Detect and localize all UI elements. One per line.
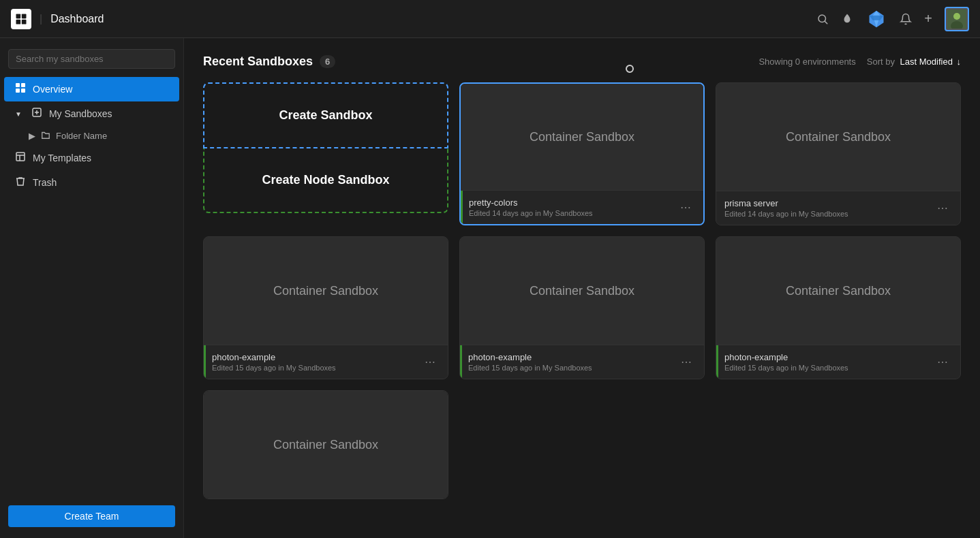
- svg-rect-15: [21, 89, 25, 93]
- topnav: | Dashboard +: [0, 0, 980, 38]
- card-footer: pretty-colors Edited 14 days ago in My S…: [461, 190, 703, 224]
- sidebar-item-folder[interactable]: ▶ Folder Name: [4, 126, 179, 146]
- sandbox-card-photon-3[interactable]: Container Sandbox photon-example Edited …: [716, 236, 961, 379]
- sidebar-item-overview[interactable]: Overview: [4, 77, 179, 101]
- card-more-button[interactable]: ⋯: [933, 354, 952, 370]
- chevron-down-icon: ▼: [15, 110, 22, 118]
- card-name: photon-example: [468, 352, 592, 362]
- sidebar-item-trash[interactable]: Trash: [4, 170, 179, 195]
- my-sandboxes-label: My Sandboxes: [49, 108, 112, 119]
- topnav-actions: +: [816, 7, 969, 31]
- card-info: photon-example Edited 15 days ago in My …: [212, 352, 336, 372]
- sidebar-search-wrapper: [8, 49, 175, 69]
- svg-rect-1: [22, 14, 27, 18]
- create-sandbox-card[interactable]: Create Sandbox Create Node Sandbox: [203, 82, 448, 225]
- svg-rect-17: [16, 153, 25, 161]
- card-info: prisma server Edited 14 days ago in My S…: [724, 198, 848, 218]
- svg-point-10: [953, 13, 960, 20]
- card-preview: Container Sandbox: [204, 391, 448, 499]
- card-meta: Edited 14 days ago in My Sandboxes: [724, 210, 848, 218]
- sort-label: Sort by Last Modified ↓: [867, 57, 961, 67]
- card-title: Container Sandbox: [786, 130, 891, 144]
- create-node-sandbox-label: Create Node Sandbox: [262, 173, 389, 187]
- card-title: Container Sandbox: [273, 284, 378, 298]
- template-icon: [15, 151, 26, 165]
- topnav-title: Dashboard: [50, 13, 104, 25]
- svg-rect-0: [16, 14, 21, 18]
- card-info: photon-example Edited 15 days ago in My …: [724, 352, 848, 372]
- sandbox-card-prisma-server[interactable]: Container Sandbox prisma server Edited 1…: [716, 82, 961, 225]
- card-footer: photon-example Edited 15 days ago in My …: [204, 345, 448, 379]
- bell-icon[interactable]: [900, 13, 912, 25]
- sandbox-grid: Create Sandbox Create Node Sandbox Conta…: [203, 82, 961, 499]
- avatar[interactable]: [945, 7, 969, 31]
- section-count: 6: [320, 55, 335, 68]
- sidebar-item-my-sandboxes[interactable]: ▼ My Sandboxes: [4, 101, 179, 126]
- sandbox-card-photon-1[interactable]: Container Sandbox photon-example Edited …: [203, 236, 448, 379]
- card-preview: Container Sandbox: [204, 237, 448, 345]
- card-footer: photon-example Edited 15 days ago in My …: [460, 345, 704, 379]
- card-footer: prisma server Edited 14 days ago in My S…: [716, 191, 960, 225]
- sandbox-icon: [31, 107, 42, 121]
- card-name: pretty-colors: [469, 197, 593, 208]
- card-preview: Container Sandbox: [460, 237, 704, 345]
- card-more-button[interactable]: ⋯: [676, 200, 695, 215]
- sort-arrow-icon: ↓: [957, 57, 962, 67]
- card-name: photon-example: [724, 352, 848, 362]
- card-name: photon-example: [212, 352, 336, 362]
- sandbox-card-photon-2[interactable]: Container Sandbox photon-example Edited …: [459, 236, 705, 379]
- sandbox-card-partial[interactable]: Container Sandbox: [203, 390, 448, 499]
- card-meta: Edited 15 days ago in My Sandboxes: [212, 364, 336, 372]
- main-content: Recent Sandboxes 6 Showing 0 environment…: [184, 38, 980, 538]
- card-info: pretty-colors Edited 14 days ago in My S…: [469, 197, 593, 217]
- create-sandbox-top[interactable]: Create Sandbox: [203, 82, 448, 148]
- trash-icon: [15, 176, 26, 189]
- trash-label: Trash: [33, 177, 57, 188]
- my-templates-label: My Templates: [33, 153, 91, 163]
- topnav-divider: |: [40, 13, 42, 25]
- fire-icon[interactable]: [841, 13, 853, 25]
- svg-rect-2: [16, 19, 21, 24]
- card-meta: Edited 14 days ago in My Sandboxes: [469, 209, 593, 217]
- card-more-button[interactable]: ⋯: [933, 200, 952, 216]
- card-meta: Edited 15 days ago in My Sandboxes: [468, 364, 592, 372]
- card-more-button[interactable]: ⋯: [420, 354, 440, 370]
- create-node-sandbox-bottom[interactable]: Create Node Sandbox: [203, 148, 448, 213]
- gem-icon[interactable]: [866, 8, 887, 30]
- card-title: Container Sandbox: [273, 438, 378, 452]
- card-meta: Edited 15 days ago in My Sandboxes: [724, 364, 848, 372]
- folder-label: Folder Name: [56, 131, 107, 141]
- section-title: Recent Sandboxes: [203, 54, 313, 69]
- showing-label: Showing 0 environments: [759, 57, 855, 67]
- section-title-group: Recent Sandboxes 6: [203, 54, 335, 69]
- section-meta: Showing 0 environments Sort by Last Modi…: [759, 57, 961, 67]
- folder-icon: [41, 130, 50, 142]
- sort-value: Last Modified: [900, 57, 953, 67]
- card-preview: Container Sandbox: [461, 84, 703, 190]
- svg-point-4: [818, 15, 826, 22]
- svg-rect-13: [21, 83, 25, 87]
- card-info: photon-example Edited 15 days ago in My …: [468, 352, 592, 372]
- sidebar-item-my-templates[interactable]: My Templates: [4, 146, 179, 170]
- svg-rect-14: [16, 89, 20, 93]
- card-title: Container Sandbox: [530, 130, 634, 144]
- sandbox-card-pretty-colors[interactable]: Container Sandbox pretty-colors Edited 1…: [459, 82, 705, 225]
- chevron-right-icon: ▶: [29, 131, 35, 141]
- app-logo[interactable]: [11, 9, 31, 29]
- card-footer: photon-example Edited 15 days ago in My …: [716, 345, 960, 379]
- section-header: Recent Sandboxes 6 Showing 0 environment…: [203, 54, 961, 69]
- create-team-button[interactable]: Create Team: [8, 505, 175, 527]
- card-preview: Container Sandbox: [716, 83, 960, 191]
- svg-line-5: [825, 21, 827, 23]
- card-more-button[interactable]: ⋯: [677, 354, 696, 370]
- card-title: Container Sandbox: [530, 284, 634, 298]
- search-icon[interactable]: [816, 13, 829, 25]
- svg-rect-3: [22, 19, 27, 24]
- search-input[interactable]: [8, 49, 175, 69]
- svg-rect-12: [16, 83, 20, 87]
- sidebar: Overview ▼ My Sandboxes ▶ Folder Name: [0, 38, 184, 538]
- overview-label: Overview: [33, 84, 72, 95]
- add-icon[interactable]: +: [924, 11, 932, 27]
- overview-icon: [15, 82, 26, 96]
- card-name: prisma server: [724, 198, 848, 208]
